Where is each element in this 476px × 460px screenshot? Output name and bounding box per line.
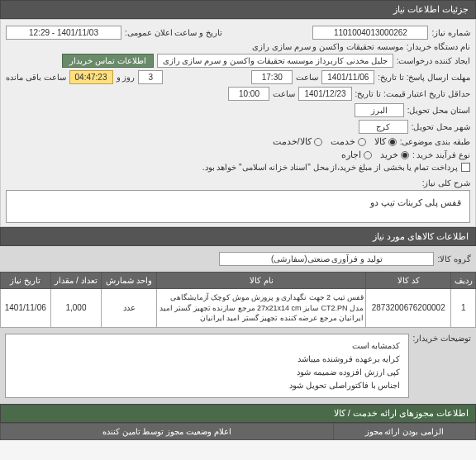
- radio-khedmat[interactable]: خدمت: [331, 136, 366, 147]
- value-buyer-org: موسسه تحقیقات واکسن و سرم سازی رازی: [252, 42, 403, 51]
- label-general-desc: شرح کلی نیاز:: [422, 178, 470, 187]
- label-remaining: ساعت باقی مانده: [6, 73, 66, 82]
- field-need-no: 1101004013000262: [312, 26, 428, 40]
- label-hour-2: ساعت: [273, 89, 295, 98]
- field-valid-time: 10:00: [228, 87, 269, 101]
- buy-type-radio-group: خرید اجاره: [341, 149, 409, 160]
- treasury-checkbox[interactable]: [461, 163, 470, 172]
- col-idx: ردیف: [451, 273, 476, 289]
- goods-table: ردیف کد کالا نام کالا واحد شمارش تعداد /…: [0, 272, 476, 328]
- radio-kharid[interactable]: خرید: [380, 149, 409, 160]
- label-need-no: شماره نیاز:: [431, 28, 470, 37]
- field-deadline-date: 1401/11/06: [321, 70, 374, 84]
- header-main: جزئیات اطلاعات نیاز: [0, 0, 476, 19]
- field-requester: جلیل مخدنی کاربرداز موسسه تحقیقات واکسن …: [157, 54, 393, 68]
- label-requester: ایجاد کننده درخواست:: [397, 56, 470, 65]
- col-name: نام کالا: [157, 273, 366, 289]
- general-desc-box: قفس پلی کربنات تیپ دو: [6, 190, 470, 223]
- label-buyer-org: نام دستگاه خریدار:: [407, 42, 470, 51]
- label-province: استان محل تحویل:: [407, 106, 470, 115]
- header-permits: اطلاعات مجوزهای ارائه خدمت / کالا: [0, 404, 476, 423]
- field-announce: 1401/11/03 - 12:29: [6, 26, 121, 40]
- field-province: البرز: [355, 103, 404, 117]
- radio-ejare[interactable]: اجاره: [341, 149, 372, 160]
- col-date: تاریخ نیاز: [1, 273, 51, 289]
- label-day-and: روز و: [117, 73, 136, 82]
- label-buy-type: نوع فرآیند خرید :: [412, 150, 470, 159]
- field-goods-group: تولید و فرآوری صنعتی(سفارشی): [219, 252, 434, 266]
- buyer-notes-box: کدمشابه است کرایه برعهده فروشنده میباشد …: [5, 334, 409, 398]
- radio-kala-khedmat[interactable]: کالا/خدمت: [273, 136, 322, 147]
- label-valid-from: حداقل تاریخ اعتبار قیمت: تا تاریخ:: [355, 89, 470, 98]
- label-announce: تاریخ و ساعت اعلان عمومی:: [125, 28, 222, 37]
- label-buyer-notes: توضیحات خریدار:: [412, 334, 471, 343]
- header-goods: اطلاعات کالاهای مورد نیاز: [0, 227, 476, 246]
- label-payment-note: پرداخت تمام یا بخشی از مبلغ خرید،از محل …: [202, 163, 458, 172]
- contact-buyer-button[interactable]: اطلاعات تماس خریدار: [62, 54, 154, 68]
- field-city: کرج: [359, 120, 408, 134]
- field-deadline-time: 17:30: [251, 70, 293, 84]
- col-qty: تعداد / مقدار: [50, 273, 102, 289]
- label-city: شهر محل تحویل:: [412, 122, 470, 131]
- classification-radio-group: کالا خدمت کالا/خدمت: [273, 136, 397, 147]
- col-unit: واحد شمارش: [102, 273, 157, 289]
- countdown-timer: 04:47:23: [69, 70, 113, 84]
- radio-kala[interactable]: کالا: [374, 136, 397, 147]
- col-permit-status: اعلام وضعیت مجوز توسط تامین کننده: [1, 423, 334, 439]
- label-hour-1: ساعت: [296, 73, 318, 82]
- label-classification: طبقه بندی موضوعی:: [400, 137, 470, 146]
- col-mandatory: الزامی بودن ارائه مجوز: [333, 423, 476, 439]
- label-goods-group: گروه کالا:: [437, 254, 471, 263]
- field-days-left: 3: [138, 70, 163, 84]
- permits-table: الزامی بودن ارائه مجوز اعلام وضعیت مجوز …: [0, 423, 476, 440]
- label-deadline: مهلت ارسال پاسخ: تا تاریخ:: [378, 73, 470, 82]
- field-valid-date: 1401/12/23: [298, 87, 351, 101]
- col-code: کد کالا: [366, 273, 451, 289]
- table-row: 1 2873200676200002 قفس تیپ 2 جهت نگهداری…: [1, 289, 476, 328]
